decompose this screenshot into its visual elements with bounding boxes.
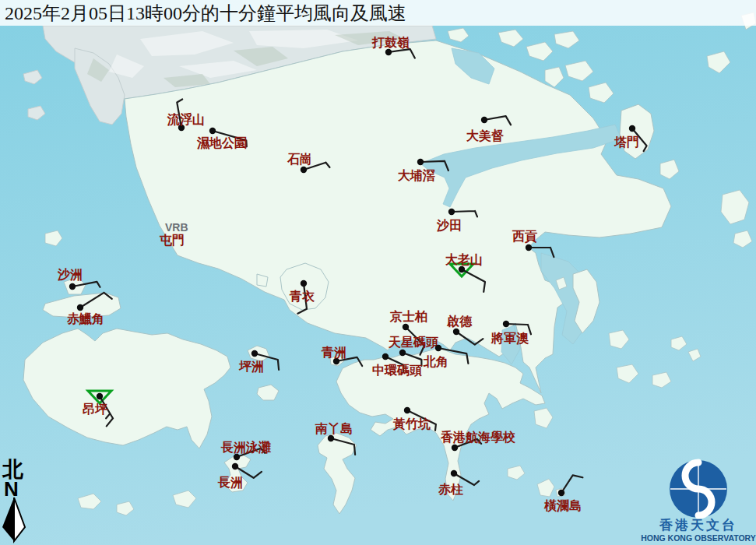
station-dot [451, 470, 457, 476]
station-dot [403, 324, 409, 330]
station-label: 赤柱 [438, 483, 463, 496]
station-label: 北角 [423, 355, 448, 368]
title-bar: 2025年2月05日13時00分的十分鐘平均風向及風速 [0, 0, 756, 26]
station-dot [209, 128, 216, 134]
station-label: 京士柏 [389, 309, 427, 323]
station-label: 啟德 [446, 315, 473, 328]
map-title: 2025年2月05日13時00分的十分鐘平均風向及風速 [5, 3, 406, 23]
station-label: 沙洲 [57, 268, 83, 281]
station-label: 青洲 [321, 346, 346, 359]
station-dot [629, 125, 635, 132]
station-dot [503, 321, 509, 327]
station-dot [481, 117, 487, 123]
station-label: 青衣 [289, 290, 315, 303]
hko-name-chinese: 香港天文台 [659, 518, 737, 533]
station-label: 大埔滘 [398, 168, 435, 182]
station-dot [333, 358, 339, 364]
station-label: 長洲 [217, 476, 243, 489]
station-dot [97, 393, 103, 399]
north-letter-label: N [4, 477, 19, 501]
station-dot [452, 445, 458, 451]
station-dot [435, 345, 441, 351]
station-dot [251, 350, 258, 357]
station-dot [232, 463, 238, 469]
station-label: 黃竹坑 [392, 417, 431, 431]
station-dot [558, 490, 564, 496]
wind-map-page: 流浮山濕地公園打鼓嶺大美督塔門石崗大埔滘沙田西貢VRB屯門沙洲赤鱲角大老山青衣青… [0, 0, 756, 545]
station-label: 沙田 [436, 219, 462, 232]
station-dot [453, 329, 459, 335]
station-label: 塔門 [614, 135, 639, 149]
station-label: 天星碼頭 [388, 336, 438, 350]
station-dot [301, 280, 307, 287]
station-label: 濕地公園 [196, 136, 247, 150]
station-label: 大老山 [445, 253, 483, 266]
station-label: 流浮山 [167, 112, 205, 126]
station-label: 中環碼頭 [372, 364, 422, 378]
vrb-annotation: VRB [165, 221, 188, 234]
station-label: 西貢 [512, 230, 537, 244]
station-dot [77, 304, 83, 311]
station-label: 南丫島 [315, 422, 353, 435]
station-label: 坪洲 [238, 360, 264, 373]
station-dot [399, 350, 406, 356]
station-label: 橫瀾島 [543, 499, 582, 512]
station-dot [526, 244, 532, 251]
station-dot [69, 283, 76, 290]
station-label: 打鼓嶺 [371, 36, 410, 49]
hko-name-english: HONG KONG OBSERVATORY [641, 533, 756, 543]
station-dot [404, 407, 410, 413]
station-label: 赤鱲角 [66, 312, 104, 325]
station-dot [385, 49, 392, 55]
station-dot [448, 209, 455, 215]
station-label: 將軍澳 [491, 332, 529, 345]
station-dot [382, 353, 389, 360]
station-dot [301, 167, 307, 173]
hong-kong-wind-map: 流浮山濕地公園打鼓嶺大美督塔門石崗大埔滘沙田西貢VRB屯門沙洲赤鱲角大老山青衣青… [0, 0, 756, 545]
station-dot [328, 435, 334, 441]
station-dot [459, 266, 465, 272]
station-dot [234, 454, 240, 460]
station-dot [417, 159, 424, 165]
station-label: 香港航海學校 [440, 430, 515, 444]
station-label: 屯門 [159, 234, 185, 247]
station-label: 昂坪 [83, 403, 108, 416]
station-label: 大美督 [466, 128, 505, 142]
station-label: 石崗 [287, 153, 312, 166]
station-label: 長洲泳灘 [220, 440, 271, 454]
